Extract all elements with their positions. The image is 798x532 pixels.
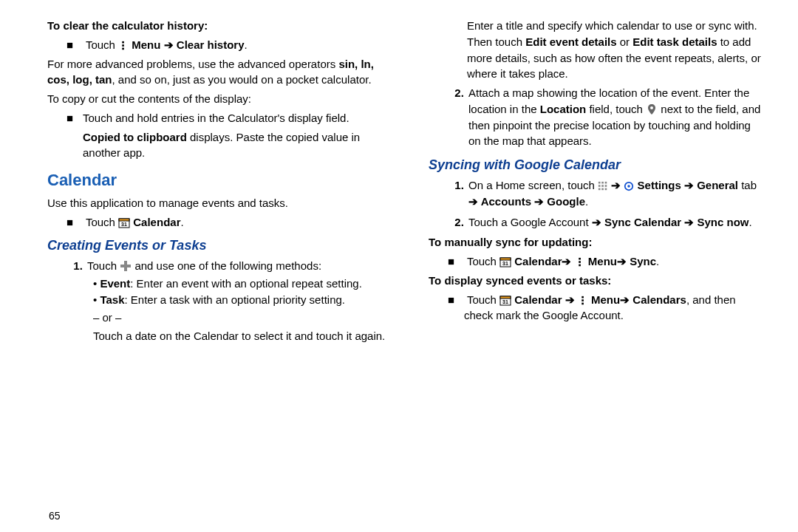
arrow-icon: ➔	[611, 179, 624, 191]
touch-date: Touch a date on the Calendar to select i…	[93, 328, 386, 344]
text: Touch	[86, 216, 118, 228]
menu-icon	[578, 296, 588, 306]
arrow-icon: ➔	[160, 38, 176, 51]
calendar-heading: Calendar	[47, 168, 386, 192]
methods-list: Event: Enter an event with an optional r…	[93, 276, 386, 308]
list-item: Event: Enter an event with an optional r…	[93, 276, 386, 292]
create-steps: Touch and use one of the following metho…	[66, 258, 386, 344]
manual-sync-list: Touch Calendar➔ Menu➔ Sync.	[448, 253, 764, 270]
arrow-icon: ➔	[468, 195, 481, 208]
touch-calendar-list: Touch Calendar.	[66, 214, 386, 231]
text: Task	[100, 293, 124, 306]
or-divider: – or –	[93, 310, 386, 326]
calendar-icon	[499, 256, 511, 267]
text: Location	[540, 103, 587, 115]
text: .	[180, 216, 183, 228]
enter-title-paragraph: Enter a title and specify which calendar…	[467, 18, 764, 82]
list-item: Attach a map showing the location of the…	[467, 85, 764, 149]
text: , and so on, just as you would on a pock…	[112, 73, 372, 86]
list-item: Touch Calendar➔ Menu➔ Sync.	[464, 253, 764, 270]
text: Touch	[467, 293, 499, 306]
page-number: 65	[49, 508, 61, 523]
text: field, touch	[586, 103, 646, 115]
plus-icon	[120, 260, 132, 272]
calendar-intro: Use this application to manage events an…	[47, 195, 386, 211]
display-synced-list: Touch Calendar ➔ Menu➔ Calendars, and th…	[448, 292, 764, 324]
arrow-icon: ➔	[681, 216, 697, 228]
text: Menu	[132, 38, 160, 51]
text: Edit task details	[632, 35, 717, 48]
arrow-icon: ➔	[617, 255, 630, 267]
text: Calendar	[514, 255, 562, 267]
text: Clear history	[177, 38, 245, 51]
text: .	[585, 195, 588, 208]
copy-cut-list: Touch and hold entries in the Calculator…	[66, 110, 386, 126]
left-column: To clear the calculator history: Touch M…	[21, 15, 399, 525]
copy-cut-heading: To copy or cut the contents of the displ…	[47, 91, 386, 107]
list-item: Task: Enter a task with an optional prio…	[93, 292, 386, 308]
text: Copied to clipboard	[83, 131, 187, 143]
creating-events-heading: Creating Events or Tasks	[47, 236, 386, 255]
text: .	[245, 38, 248, 51]
list-item: Touch a Google Account ➔ Sync Calendar ➔…	[467, 214, 764, 231]
text: tab	[738, 179, 757, 191]
map-pin-icon	[646, 103, 658, 115]
list-item: Touch and hold entries in the Calculator…	[83, 110, 386, 126]
text: Menu	[591, 293, 620, 306]
text: Sync	[630, 255, 656, 267]
copied-clipboard: Copied to clipboard displays. Paste the …	[83, 129, 386, 162]
arrow-icon: ➔	[592, 216, 604, 228]
syncing-heading: Syncing with Google Calendar	[429, 155, 764, 174]
right-column: Enter a title and specify which calendar…	[399, 15, 777, 525]
apps-grid-icon	[598, 181, 608, 191]
text: Touch	[87, 259, 120, 272]
text: Settings ➔	[638, 179, 698, 191]
calendar-icon	[118, 216, 130, 228]
text: Calendar ➔	[514, 293, 578, 306]
list-item: On a Home screen, touch ➔ Settings ➔ Gen…	[467, 177, 764, 210]
text: Sync now	[698, 216, 749, 228]
text: : Enter an event with an optional repeat…	[130, 277, 362, 290]
gear-icon	[624, 181, 634, 191]
map-step: Attach a map showing the location of the…	[448, 85, 764, 149]
text: Calendars	[632, 293, 686, 306]
manual-page: To clear the calculator history: Touch M…	[0, 0, 798, 532]
text: Event	[100, 277, 130, 290]
arrow-icon: ➔	[620, 293, 632, 306]
text: .	[656, 255, 659, 267]
text: Menu	[588, 255, 617, 267]
menu-icon	[575, 257, 585, 267]
clear-history-item: Touch Menu ➔ Clear history.	[83, 37, 386, 53]
arrow-icon: ➔	[531, 195, 547, 208]
display-synced-heading: To display synced events or tasks:	[429, 273, 764, 289]
text: For more advanced problems, use the adva…	[47, 58, 338, 70]
text: .	[749, 216, 752, 228]
text: Edit event details	[525, 35, 616, 48]
sync-steps: On a Home screen, touch ➔ Settings ➔ Gen…	[448, 177, 764, 230]
text: and use one of the following methods:	[134, 259, 321, 272]
menu-icon	[118, 41, 129, 51]
text: Google	[547, 195, 585, 208]
text: Touch	[86, 38, 118, 51]
text: On a Home screen, touch	[468, 179, 598, 191]
text: Touch a Google Account	[468, 216, 592, 228]
text: Sync Calendar	[604, 216, 681, 228]
arrow-icon: ➔	[562, 255, 574, 267]
manual-sync-heading: To manually sync for updating:	[429, 234, 764, 250]
list-item: Touch Calendar ➔ Menu➔ Calendars, and th…	[464, 292, 764, 324]
text: Calendar	[133, 216, 180, 228]
text: : Enter a task with an optional priority…	[125, 293, 345, 306]
list-item: Touch Calendar.	[83, 214, 386, 231]
calendar-icon	[499, 294, 511, 306]
text: or	[617, 35, 633, 48]
text: Touch	[467, 255, 499, 267]
advanced-paragraph: For more advanced problems, use the adva…	[47, 56, 386, 89]
list-item: Touch and use one of the following metho…	[86, 258, 386, 344]
text: Accounts	[481, 195, 531, 208]
text: General	[697, 179, 738, 191]
clear-history-list: Touch Menu ➔ Clear history.	[66, 37, 386, 53]
clear-history-heading: To clear the calculator history:	[47, 18, 386, 34]
